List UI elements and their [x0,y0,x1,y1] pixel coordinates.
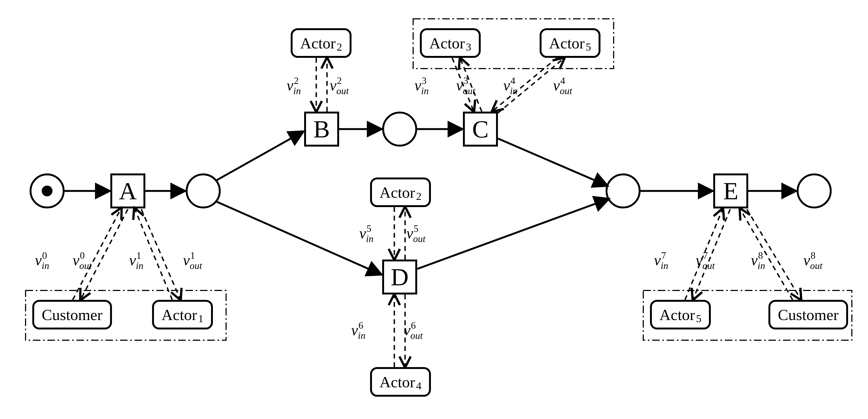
transition-D-label: D [391,263,409,291]
actor-4-sub: 4 [416,380,422,392]
actor-5-C-sub: 5 [586,41,591,53]
transition-A: A [110,173,145,208]
actor-customer-E-label: Customer [778,306,839,324]
actor-5-C-label: Actor [549,34,585,52]
vlabel-2-in: v2in [287,77,301,94]
actor-5-E-sub: 5 [696,312,702,325]
actor-4: Actor4 [370,367,431,397]
vlabel-1-out: v1out [183,252,202,269]
actor-customer-A: Customer [32,300,112,329]
petri-net-diagram: A B C D E Customer Actor1 Actor2 Actor3 … [0,0,868,419]
actor-3-sub: 3 [466,41,471,53]
transition-E-label: E [723,177,738,205]
actor-2-D-sub: 2 [416,190,422,202]
place-end [797,173,832,208]
actor-2-B-sub: 2 [337,41,342,53]
place-before-E [606,173,641,208]
vlabel-4-in: v4in [503,77,518,94]
actor-3: Actor3 [420,28,481,58]
svg-line-26 [740,209,793,300]
vlabel-3-in: v3in [414,77,429,94]
actor-customer-A-label: Customer [42,306,102,324]
svg-line-7 [417,199,608,269]
actor-4-label: Actor [379,373,415,391]
transition-C: C [463,111,498,147]
token-start [42,186,53,196]
vlabel-6-in: v6in [351,321,366,339]
vlabel-5-out: v5out [406,225,426,242]
vlabel-6-out: v6out [404,321,423,339]
svg-line-13 [141,209,180,299]
vlabel-4-out: v4out [553,77,572,94]
vlabel-0-out: v0out [73,252,92,269]
vlabel-1-in: v1in [129,252,144,269]
actor-2-B-label: Actor [300,34,336,52]
actor-2-B: Actor2 [291,28,351,58]
actor-1: Actor1 [152,300,213,329]
vlabel-7-in: v7in [654,252,668,269]
actor-3-label: Actor [429,34,465,52]
vlabel-2-out: v2out [330,77,349,94]
place-BC [382,111,417,147]
vlabel-3-out: v3out [456,77,475,94]
svg-line-3 [217,202,381,274]
transition-E: E [713,173,748,208]
actor-2-D-label: Actor [379,184,415,201]
actor-1-label: Actor [161,306,197,324]
transition-A-label: A [119,177,137,205]
place-start [30,173,65,208]
vlabel-5-in: v5in [359,225,374,242]
vlabel-8-out: v8out [803,252,823,269]
actor-customer-E: Customer [768,300,848,329]
actor-1-sub: 1 [198,312,204,325]
actor-5-C: Actor5 [540,28,600,58]
vlabel-8-in: v8in [751,252,765,269]
transition-D: D [382,260,417,294]
vlabel-0-in: v0in [35,252,49,269]
transition-B: B [304,111,339,147]
actor-5-E: Actor5 [650,300,711,329]
svg-line-6 [498,138,607,186]
edges-layer [0,0,868,419]
place-after-A [186,173,221,208]
vlabel-7-out: v7out [696,252,715,269]
svg-line-2 [217,132,303,180]
actor-2-D: Actor2 [370,178,431,207]
svg-line-18 [493,58,557,111]
transition-B-label: B [313,115,330,143]
transition-C-label: C [472,115,489,143]
actor-5-E-label: Actor [659,306,695,324]
